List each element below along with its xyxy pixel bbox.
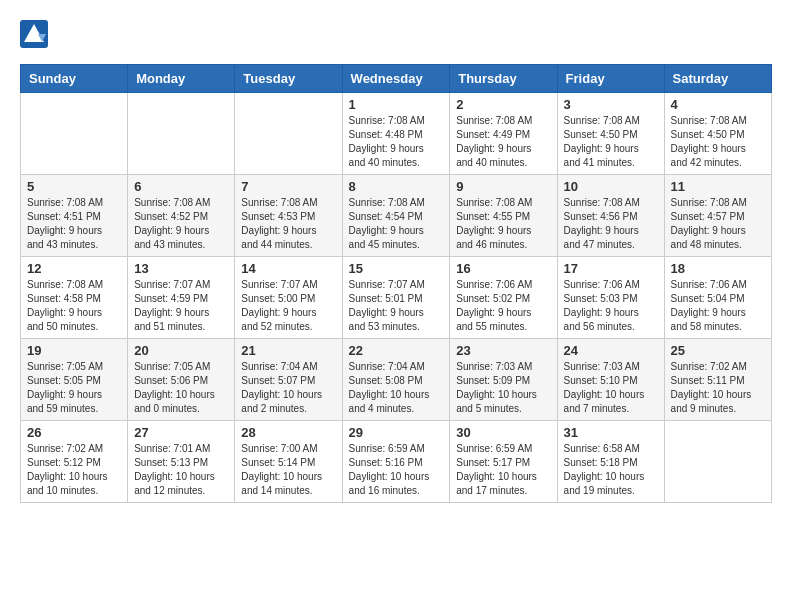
- column-header-monday: Monday: [128, 65, 235, 93]
- day-number: 18: [671, 261, 765, 276]
- day-number: 17: [564, 261, 658, 276]
- day-number: 30: [456, 425, 550, 440]
- calendar-cell: 26Sunrise: 7:02 AM Sunset: 5:12 PM Dayli…: [21, 421, 128, 503]
- day-detail: Sunrise: 7:06 AM Sunset: 5:02 PM Dayligh…: [456, 278, 550, 334]
- day-number: 5: [27, 179, 121, 194]
- day-number: 22: [349, 343, 444, 358]
- logo-icon: [20, 20, 48, 48]
- day-detail: Sunrise: 7:08 AM Sunset: 4:57 PM Dayligh…: [671, 196, 765, 252]
- day-detail: Sunrise: 7:05 AM Sunset: 5:06 PM Dayligh…: [134, 360, 228, 416]
- day-detail: Sunrise: 7:08 AM Sunset: 4:54 PM Dayligh…: [349, 196, 444, 252]
- column-header-saturday: Saturday: [664, 65, 771, 93]
- column-header-wednesday: Wednesday: [342, 65, 450, 93]
- calendar-cell: 2Sunrise: 7:08 AM Sunset: 4:49 PM Daylig…: [450, 93, 557, 175]
- day-detail: Sunrise: 7:03 AM Sunset: 5:09 PM Dayligh…: [456, 360, 550, 416]
- calendar-week-3: 12Sunrise: 7:08 AM Sunset: 4:58 PM Dayli…: [21, 257, 772, 339]
- calendar-cell: 9Sunrise: 7:08 AM Sunset: 4:55 PM Daylig…: [450, 175, 557, 257]
- calendar-week-2: 5Sunrise: 7:08 AM Sunset: 4:51 PM Daylig…: [21, 175, 772, 257]
- day-number: 16: [456, 261, 550, 276]
- calendar-cell: 13Sunrise: 7:07 AM Sunset: 4:59 PM Dayli…: [128, 257, 235, 339]
- column-header-sunday: Sunday: [21, 65, 128, 93]
- day-detail: Sunrise: 7:08 AM Sunset: 4:51 PM Dayligh…: [27, 196, 121, 252]
- day-number: 28: [241, 425, 335, 440]
- day-detail: Sunrise: 7:08 AM Sunset: 4:49 PM Dayligh…: [456, 114, 550, 170]
- day-number: 14: [241, 261, 335, 276]
- calendar-cell: 5Sunrise: 7:08 AM Sunset: 4:51 PM Daylig…: [21, 175, 128, 257]
- calendar-cell: 27Sunrise: 7:01 AM Sunset: 5:13 PM Dayli…: [128, 421, 235, 503]
- calendar-cell: 28Sunrise: 7:00 AM Sunset: 5:14 PM Dayli…: [235, 421, 342, 503]
- calendar-cell: 23Sunrise: 7:03 AM Sunset: 5:09 PM Dayli…: [450, 339, 557, 421]
- calendar-cell: 29Sunrise: 6:59 AM Sunset: 5:16 PM Dayli…: [342, 421, 450, 503]
- calendar-week-4: 19Sunrise: 7:05 AM Sunset: 5:05 PM Dayli…: [21, 339, 772, 421]
- day-number: 21: [241, 343, 335, 358]
- day-number: 12: [27, 261, 121, 276]
- day-detail: Sunrise: 7:07 AM Sunset: 5:01 PM Dayligh…: [349, 278, 444, 334]
- day-detail: Sunrise: 7:06 AM Sunset: 5:04 PM Dayligh…: [671, 278, 765, 334]
- calendar-body: 1Sunrise: 7:08 AM Sunset: 4:48 PM Daylig…: [21, 93, 772, 503]
- calendar-cell: 19Sunrise: 7:05 AM Sunset: 5:05 PM Dayli…: [21, 339, 128, 421]
- day-number: 20: [134, 343, 228, 358]
- day-detail: Sunrise: 7:08 AM Sunset: 4:48 PM Dayligh…: [349, 114, 444, 170]
- day-detail: Sunrise: 6:58 AM Sunset: 5:18 PM Dayligh…: [564, 442, 658, 498]
- page-header: [20, 20, 772, 48]
- calendar-cell: 4Sunrise: 7:08 AM Sunset: 4:50 PM Daylig…: [664, 93, 771, 175]
- calendar-cell: 18Sunrise: 7:06 AM Sunset: 5:04 PM Dayli…: [664, 257, 771, 339]
- day-number: 1: [349, 97, 444, 112]
- header-row: SundayMondayTuesdayWednesdayThursdayFrid…: [21, 65, 772, 93]
- calendar-cell: 25Sunrise: 7:02 AM Sunset: 5:11 PM Dayli…: [664, 339, 771, 421]
- calendar-cell: [235, 93, 342, 175]
- day-detail: Sunrise: 7:08 AM Sunset: 4:56 PM Dayligh…: [564, 196, 658, 252]
- day-detail: Sunrise: 7:08 AM Sunset: 4:58 PM Dayligh…: [27, 278, 121, 334]
- calendar-cell: 10Sunrise: 7:08 AM Sunset: 4:56 PM Dayli…: [557, 175, 664, 257]
- day-number: 27: [134, 425, 228, 440]
- day-number: 25: [671, 343, 765, 358]
- day-number: 13: [134, 261, 228, 276]
- day-number: 7: [241, 179, 335, 194]
- calendar-cell: 16Sunrise: 7:06 AM Sunset: 5:02 PM Dayli…: [450, 257, 557, 339]
- day-number: 8: [349, 179, 444, 194]
- day-number: 9: [456, 179, 550, 194]
- day-number: 24: [564, 343, 658, 358]
- day-detail: Sunrise: 7:08 AM Sunset: 4:55 PM Dayligh…: [456, 196, 550, 252]
- day-detail: Sunrise: 7:04 AM Sunset: 5:07 PM Dayligh…: [241, 360, 335, 416]
- calendar-cell: 30Sunrise: 6:59 AM Sunset: 5:17 PM Dayli…: [450, 421, 557, 503]
- calendar-cell: 6Sunrise: 7:08 AM Sunset: 4:52 PM Daylig…: [128, 175, 235, 257]
- calendar-cell: 17Sunrise: 7:06 AM Sunset: 5:03 PM Dayli…: [557, 257, 664, 339]
- day-detail: Sunrise: 7:08 AM Sunset: 4:50 PM Dayligh…: [671, 114, 765, 170]
- calendar-cell: 22Sunrise: 7:04 AM Sunset: 5:08 PM Dayli…: [342, 339, 450, 421]
- day-number: 23: [456, 343, 550, 358]
- calendar-cell: 11Sunrise: 7:08 AM Sunset: 4:57 PM Dayli…: [664, 175, 771, 257]
- day-detail: Sunrise: 7:02 AM Sunset: 5:12 PM Dayligh…: [27, 442, 121, 498]
- day-number: 29: [349, 425, 444, 440]
- day-detail: Sunrise: 7:03 AM Sunset: 5:10 PM Dayligh…: [564, 360, 658, 416]
- calendar-cell: 24Sunrise: 7:03 AM Sunset: 5:10 PM Dayli…: [557, 339, 664, 421]
- calendar-table: SundayMondayTuesdayWednesdayThursdayFrid…: [20, 64, 772, 503]
- day-detail: Sunrise: 7:01 AM Sunset: 5:13 PM Dayligh…: [134, 442, 228, 498]
- day-detail: Sunrise: 7:08 AM Sunset: 4:50 PM Dayligh…: [564, 114, 658, 170]
- calendar-cell: [128, 93, 235, 175]
- calendar-cell: 14Sunrise: 7:07 AM Sunset: 5:00 PM Dayli…: [235, 257, 342, 339]
- calendar-cell: 7Sunrise: 7:08 AM Sunset: 4:53 PM Daylig…: [235, 175, 342, 257]
- logo: [20, 20, 52, 48]
- day-number: 3: [564, 97, 658, 112]
- day-number: 26: [27, 425, 121, 440]
- day-number: 6: [134, 179, 228, 194]
- calendar-cell: 20Sunrise: 7:05 AM Sunset: 5:06 PM Dayli…: [128, 339, 235, 421]
- column-header-tuesday: Tuesday: [235, 65, 342, 93]
- calendar-week-1: 1Sunrise: 7:08 AM Sunset: 4:48 PM Daylig…: [21, 93, 772, 175]
- day-detail: Sunrise: 7:07 AM Sunset: 5:00 PM Dayligh…: [241, 278, 335, 334]
- calendar-cell: 3Sunrise: 7:08 AM Sunset: 4:50 PM Daylig…: [557, 93, 664, 175]
- calendar-cell: 21Sunrise: 7:04 AM Sunset: 5:07 PM Dayli…: [235, 339, 342, 421]
- day-detail: Sunrise: 7:08 AM Sunset: 4:52 PM Dayligh…: [134, 196, 228, 252]
- calendar-header: SundayMondayTuesdayWednesdayThursdayFrid…: [21, 65, 772, 93]
- day-detail: Sunrise: 7:07 AM Sunset: 4:59 PM Dayligh…: [134, 278, 228, 334]
- column-header-friday: Friday: [557, 65, 664, 93]
- day-detail: Sunrise: 7:00 AM Sunset: 5:14 PM Dayligh…: [241, 442, 335, 498]
- day-number: 10: [564, 179, 658, 194]
- column-header-thursday: Thursday: [450, 65, 557, 93]
- calendar-cell: 31Sunrise: 6:58 AM Sunset: 5:18 PM Dayli…: [557, 421, 664, 503]
- day-detail: Sunrise: 7:02 AM Sunset: 5:11 PM Dayligh…: [671, 360, 765, 416]
- day-number: 31: [564, 425, 658, 440]
- calendar-cell: 12Sunrise: 7:08 AM Sunset: 4:58 PM Dayli…: [21, 257, 128, 339]
- day-number: 4: [671, 97, 765, 112]
